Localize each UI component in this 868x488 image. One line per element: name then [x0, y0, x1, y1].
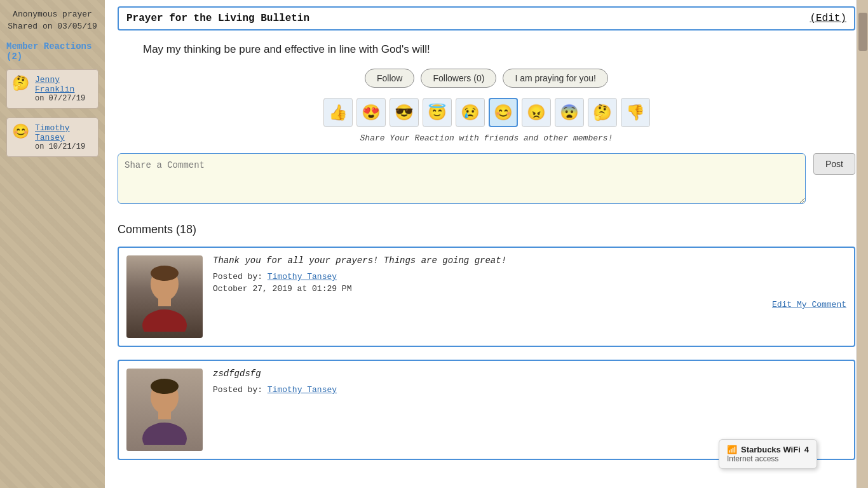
header-bar: Prayer for the Living Bulletin (Edit)	[118, 6, 855, 30]
comment-timestamp-1: October 27, 2019 at 01:29 PM	[213, 284, 846, 294]
comment-author-link-2[interactable]: Timothy Tansey	[268, 385, 337, 395]
wifi-name: 📶 Starbucks WiFi 4	[727, 445, 809, 454]
wifi-status: Internet access	[727, 454, 809, 463]
comment-posted-by-2: Posted by: Timothy Tansey	[213, 385, 846, 395]
prayer-shared-date: Shared on 03/05/19	[6, 22, 98, 31]
avatar-silhouette-2	[139, 375, 190, 445]
comment-card-1: Thank you for all your prayers! Things a…	[118, 247, 855, 347]
svg-rect-6	[158, 410, 171, 419]
emoji-halo[interactable]: 😇	[423, 98, 452, 127]
emoji-heart-eyes[interactable]: 😍	[356, 98, 386, 127]
share-comment-input[interactable]	[118, 153, 806, 204]
emoji-reaction-row: 👍 😍 😎 😇 😢 😊 😠 😨 🤔 👎	[118, 98, 855, 127]
wifi-bars-icon: 📶	[727, 445, 737, 454]
sidebar: Anonymous prayer Shared on 03/05/19 Memb…	[0, 0, 105, 488]
reaction-item: 😊 Timothy Tansey on 10/21/19	[6, 118, 98, 157]
comment-body-1: Thank you for all your prayers! Things a…	[213, 255, 846, 338]
prayer-title: Anonymous prayer	[6, 10, 98, 19]
comment-text-1: Thank you for all your prayers! Things a…	[213, 255, 846, 266]
emoji-thumbsup[interactable]: 👍	[323, 98, 353, 127]
emoji-sunglasses[interactable]: 😎	[390, 98, 419, 127]
praying-button[interactable]: I am praying for you!	[503, 69, 608, 88]
comment-avatar-2	[126, 369, 203, 451]
wifi-signal-strength: 4	[804, 445, 809, 454]
reaction-date-2: on 10/21/19	[35, 142, 93, 151]
reaction-emoji-1: 🤔	[12, 75, 30, 92]
avatar-silhouette	[139, 262, 190, 332]
edit-link[interactable]: (Edit)	[810, 13, 846, 24]
member-reactions-heading: Member Reactions (2)	[6, 41, 98, 62]
emoji-fearful[interactable]: 😨	[555, 98, 584, 127]
comment-author-link-1[interactable]: Timothy Tansey	[268, 272, 337, 281]
scrollbar-thumb[interactable]	[858, 13, 867, 51]
comment-area: Post	[118, 153, 855, 204]
edit-comment-link-1[interactable]: Edit My Comment	[213, 300, 846, 309]
action-buttons-row: Follow Followers (0) I am praying for yo…	[118, 69, 855, 88]
svg-rect-2	[158, 297, 171, 306]
followers-button[interactable]: Followers (0)	[421, 69, 496, 88]
main-content: Prayer for the Living Bulletin (Edit) Ma…	[105, 0, 868, 488]
emoji-smile[interactable]: 😊	[489, 98, 518, 127]
post-button[interactable]: Post	[813, 153, 855, 175]
reaction-date-1: on 07/27/19	[35, 94, 93, 103]
reaction-hint-text: Share Your Reaction with friends and oth…	[118, 133, 855, 143]
scrollbar[interactable]	[857, 0, 868, 488]
emoji-thinking[interactable]: 🤔	[588, 98, 617, 127]
reaction-item: 🤔 Jenny Franklin on 07/27/19	[6, 69, 98, 109]
comment-posted-by-1: Posted by: Timothy Tansey	[213, 272, 846, 281]
emoji-thumbsdown[interactable]: 👎	[621, 98, 650, 127]
emoji-sad[interactable]: 😢	[456, 98, 485, 127]
reaction-user-1[interactable]: Jenny Franklin	[35, 75, 93, 94]
comments-heading: Comments (18)	[118, 223, 855, 236]
follow-button[interactable]: Follow	[365, 69, 414, 88]
prayer-body-text: May my thinking be pure and effective in…	[143, 43, 855, 56]
svg-point-3	[151, 266, 179, 281]
comment-avatar-1	[126, 255, 203, 338]
wifi-tooltip: 📶 Starbucks WiFi 4 Internet access	[719, 439, 817, 469]
svg-point-7	[151, 379, 179, 394]
svg-point-1	[142, 309, 187, 332]
emoji-angry[interactable]: 😠	[522, 98, 551, 127]
page-title: Prayer for the Living Bulletin	[126, 13, 309, 24]
reaction-emoji-2: 😊	[12, 123, 30, 140]
comment-text-2: zsdfgdsfg	[213, 369, 846, 379]
reaction-user-2[interactable]: Timothy Tansey	[35, 123, 93, 142]
svg-point-5	[142, 423, 187, 445]
